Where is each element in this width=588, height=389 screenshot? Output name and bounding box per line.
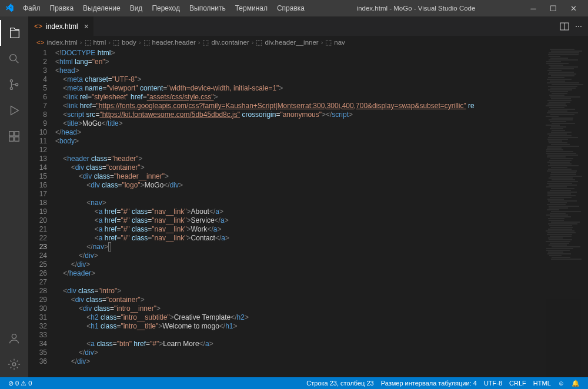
svg-rect-5 xyxy=(15,132,19,136)
tab-index-html[interactable]: <> index.html × xyxy=(28,16,94,36)
menu-выполнить[interactable]: Выполнить xyxy=(185,2,230,14)
tag-icon: ⬚ xyxy=(202,38,209,46)
tag-icon: ⬚ xyxy=(256,38,262,46)
chevron-right-icon: › xyxy=(80,39,82,46)
account-icon[interactable] xyxy=(0,326,28,351)
breadcrumb-item[interactable]: header.header xyxy=(152,39,196,46)
tag-icon: ⬚ xyxy=(113,38,119,46)
chevron-right-icon: › xyxy=(139,39,141,46)
extensions-icon[interactable] xyxy=(0,123,28,149)
search-icon[interactable] xyxy=(0,46,28,72)
more-actions-icon[interactable]: ⋯ xyxy=(575,22,582,31)
svg-rect-7 xyxy=(15,137,19,141)
html-file-icon: <> xyxy=(36,39,44,46)
problems-status[interactable]: ⊘ 0 ⚠ 0 xyxy=(5,380,35,387)
breadcrumb-item[interactable]: index.html xyxy=(46,39,77,46)
menu-правка[interactable]: Правка xyxy=(46,2,78,14)
menu-файл[interactable]: Файл xyxy=(19,2,45,14)
breadcrumb-item[interactable]: html xyxy=(93,39,106,46)
svg-rect-4 xyxy=(9,132,14,136)
minimize-button[interactable]: ─ xyxy=(523,0,543,16)
menu-терминал[interactable]: Терминал xyxy=(231,2,272,14)
chevron-right-icon: › xyxy=(252,39,254,46)
tabs-bar: <> index.html × ⋯ xyxy=(28,16,588,36)
source-control-icon[interactable] xyxy=(0,72,28,98)
menu-переход[interactable]: Переход xyxy=(148,2,184,14)
tag-icon: ⬚ xyxy=(325,38,332,46)
debug-icon[interactable] xyxy=(0,98,28,123)
svg-rect-6 xyxy=(9,137,14,141)
breadcrumb[interactable]: <>index.html›⬚html›⬚body›⬚header.header›… xyxy=(28,36,588,49)
menu-справка[interactable]: Справка xyxy=(273,2,309,14)
language-mode[interactable]: HTML xyxy=(530,380,554,387)
activity-bar xyxy=(0,16,28,377)
tab-size[interactable]: Размер интервала табуляции: 4 xyxy=(377,380,480,387)
svg-point-1 xyxy=(10,80,12,82)
breadcrumb-item[interactable]: div.header__inner xyxy=(265,39,318,46)
tag-icon: ⬚ xyxy=(143,38,150,46)
menu-вид[interactable]: Вид xyxy=(126,2,147,14)
encoding[interactable]: UTF-8 xyxy=(480,380,506,387)
maximize-button[interactable]: ☐ xyxy=(543,0,563,16)
menu-bar: ФайлПравкаВыделениеВидПереходВыполнитьТе… xyxy=(19,2,309,14)
editor-area: <> index.html × ⋯ <>index.html›⬚html›⬚bo… xyxy=(28,16,588,377)
breadcrumb-item[interactable]: body xyxy=(122,39,136,46)
svg-point-8 xyxy=(12,334,16,338)
split-editor-icon[interactable] xyxy=(560,22,569,31)
minimap[interactable] xyxy=(546,49,581,377)
html-file-icon: <> xyxy=(34,22,42,31)
chevron-right-icon: › xyxy=(321,39,323,46)
breadcrumb-item[interactable]: div.container xyxy=(211,39,249,46)
window-title: index.html - MoGo - Visual Studio Code xyxy=(309,5,523,12)
eol[interactable]: CRLF xyxy=(506,380,530,387)
cursor-position[interactable]: Строка 23, столбец 23 xyxy=(303,380,377,387)
title-bar: ФайлПравкаВыделениеВидПереходВыполнитьТе… xyxy=(0,0,588,16)
chevron-right-icon: › xyxy=(198,39,201,46)
vscode-logo-icon xyxy=(5,4,14,13)
explorer-icon[interactable] xyxy=(0,20,28,46)
line-numbers: 1234567891011121314151617181920212223242… xyxy=(28,49,55,377)
status-bar: ⊘ 0 ⚠ 0 Строка 23, столбец 23 Размер инт… xyxy=(0,377,588,389)
close-tab-icon[interactable]: × xyxy=(84,22,89,31)
chevron-right-icon: › xyxy=(108,39,111,46)
svg-point-9 xyxy=(12,363,16,366)
code-editor[interactable]: 1234567891011121314151617181920212223242… xyxy=(28,49,588,377)
close-button[interactable]: ✕ xyxy=(563,0,583,16)
settings-gear-icon[interactable] xyxy=(0,351,28,377)
menu-выделение[interactable]: Выделение xyxy=(79,2,125,14)
window-controls: ─ ☐ ✕ xyxy=(523,0,583,16)
tab-label: index.html xyxy=(46,22,78,31)
notifications-icon[interactable]: 🔔 xyxy=(568,380,583,387)
feedback-icon[interactable]: ☺ xyxy=(554,380,568,387)
svg-point-3 xyxy=(16,83,18,86)
code-content[interactable]: <!DOCTYPE html><html lang="en"><head> <m… xyxy=(55,49,588,377)
svg-point-2 xyxy=(10,87,12,89)
breadcrumb-item[interactable]: nav xyxy=(334,39,345,46)
tag-icon: ⬚ xyxy=(85,38,91,46)
svg-point-0 xyxy=(10,55,16,61)
